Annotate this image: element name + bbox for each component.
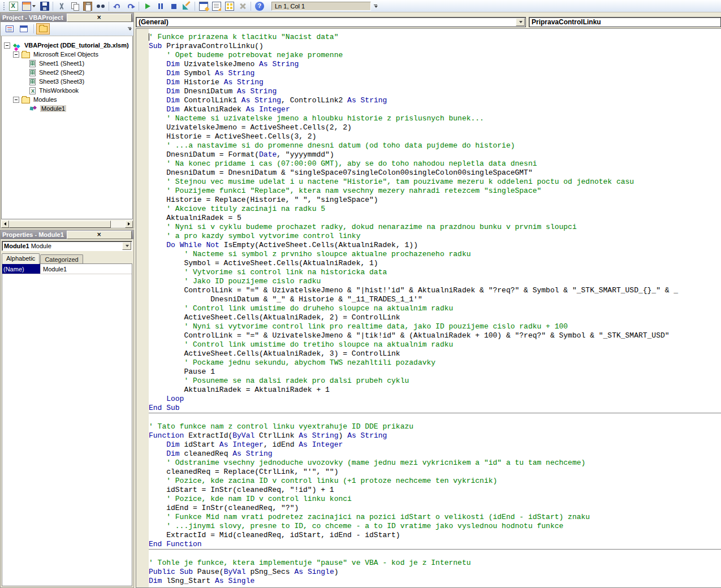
code-line[interactable]: End Function bbox=[149, 540, 721, 550]
code-line[interactable]: Dim AktualniRadek As Integer bbox=[149, 105, 721, 114]
code-line[interactable]: ExtractId = Mid(cleanedReq, idStart, idE… bbox=[149, 531, 721, 540]
code-line[interactable]: ' Nacteme si symbol z prvniho sloupce ak… bbox=[149, 250, 721, 259]
code-line[interactable]: AktualniRadek = AktualniRadek + 1 bbox=[149, 386, 721, 395]
help-button[interactable] bbox=[253, 1, 266, 12]
insert-userform-button[interactable] bbox=[20, 1, 38, 12]
code-line[interactable]: Dim ControlLink1 As String, ControlLink2… bbox=[149, 96, 721, 105]
tree-item-microsoft[interactable]: Microsoft Excel Objects bbox=[2, 50, 132, 59]
cut-button[interactable] bbox=[55, 1, 68, 12]
code-line[interactable]: DnesniDatum = DnesniDatum & "singleSpace… bbox=[149, 168, 721, 178]
properties-window-button[interactable] bbox=[210, 1, 223, 12]
code-line[interactable]: UzivatelskeJmeno = ActiveSheet.Cells(2, … bbox=[149, 123, 721, 132]
code-line[interactable]: ActiveSheet.Cells(AktualniRadek, 2) = Co… bbox=[149, 313, 721, 322]
code-line[interactable]: Historie = ActiveSheet.Cells(3, 2) bbox=[149, 132, 721, 141]
code-line[interactable]: Historie = Replace(Historie, " ", "singl… bbox=[149, 196, 721, 205]
code-line[interactable]: Pause 1 bbox=[149, 368, 721, 377]
code-line[interactable]: ' Posuneme se na dalsi radek pro dalsi p… bbox=[149, 377, 721, 386]
code-line[interactable]: ' Opet budeme potrebovat nejake promenne bbox=[149, 51, 721, 60]
code-line[interactable]: Dim DnesniDatum As String bbox=[149, 87, 721, 96]
find-button[interactable] bbox=[94, 1, 107, 12]
tab-categorized[interactable]: Categorized bbox=[40, 254, 83, 264]
code-line[interactable] bbox=[149, 550, 721, 559]
view-code-button[interactable] bbox=[3, 23, 16, 34]
view-microsoft-excel-button[interactable] bbox=[7, 1, 20, 12]
tree-item-sheet1[interactable]: Sheet1 (Sheet1) bbox=[2, 59, 132, 68]
code-line[interactable] bbox=[149, 413, 721, 422]
toolbox-button[interactable] bbox=[236, 1, 249, 12]
save-button[interactable] bbox=[38, 1, 51, 12]
code-line[interactable]: ActiveSheet.Cells(AktualniRadek, 3) = Co… bbox=[149, 349, 721, 358]
scroll-left-arrow[interactable] bbox=[1, 220, 9, 228]
code-line[interactable]: Public Sub Pause(ByVal pSng_Secs As Sing… bbox=[149, 568, 721, 577]
code-line[interactable]: ' Nacteme si uzivatelske jmeno a hloubku… bbox=[149, 114, 721, 123]
tab-alphabetic[interactable]: Alphabetic bbox=[2, 253, 40, 264]
redo-button[interactable] bbox=[124, 1, 137, 12]
code-line[interactable]: DnesniDatum = Format(Date, "yyyymmdd") bbox=[149, 150, 721, 159]
code-line[interactable]: ' Tohle je funkce, ktera implementuje "p… bbox=[149, 559, 721, 568]
code-line[interactable]: ' Vytvorime si control link na historick… bbox=[149, 268, 721, 277]
toolbar-grip[interactable] bbox=[3, 2, 5, 11]
design-mode-button[interactable] bbox=[180, 1, 193, 12]
collapse-minus-icon[interactable] bbox=[13, 51, 19, 58]
code-line[interactable]: Do While Not IsEmpty(ActiveSheet.Cells(A… bbox=[149, 241, 721, 250]
break-button[interactable] bbox=[154, 1, 167, 12]
code-line[interactable]: Dim Symbol As String bbox=[149, 69, 721, 78]
project-panel-titlebar[interactable]: Project - VBAProject × bbox=[1, 13, 133, 22]
scroll-right-arrow[interactable] bbox=[125, 220, 133, 228]
code-line[interactable]: ' Funkce prirazena k tlacitku "Nacist da… bbox=[149, 33, 721, 42]
code-line[interactable]: cleanedReq = Replace(CtrlLink, "'", "") bbox=[149, 468, 721, 477]
margin-indicator-bar[interactable] bbox=[136, 29, 149, 587]
tree-item-sheet3[interactable]: Sheet3 (Sheet3) bbox=[2, 77, 132, 86]
undo-button[interactable] bbox=[111, 1, 124, 12]
scroll-track[interactable] bbox=[9, 220, 125, 228]
properties-object-combobox[interactable]: Module1 Module bbox=[2, 241, 132, 251]
property-row[interactable]: (Name)Module1 bbox=[2, 264, 132, 274]
view-object-button[interactable] bbox=[17, 23, 31, 34]
toolbar-overflow-button[interactable] bbox=[372, 1, 378, 11]
code-line[interactable]: ' Nyni si v cyklu budeme prochazet radky… bbox=[149, 223, 721, 232]
tree-item-modules[interactable]: Modules bbox=[2, 95, 132, 104]
code-line[interactable]: End Sub bbox=[149, 404, 721, 413]
code-line[interactable]: Dim idStart As Integer, idEnd As Integer bbox=[149, 440, 721, 449]
code-line[interactable]: Dim Historie As String bbox=[149, 78, 721, 87]
code-line[interactable]: ' Odstranime vsechny jednoduche uvozovky… bbox=[149, 459, 721, 468]
run-button[interactable] bbox=[141, 1, 154, 12]
code-line[interactable]: ' Stejnou vec musime udelat i u nactene … bbox=[149, 178, 721, 187]
code-line[interactable]: idEnd = InStr(cleanedReq, "?") bbox=[149, 504, 721, 513]
code-line[interactable]: ' Control link umistime do tretiho sloup… bbox=[149, 340, 721, 349]
close-icon[interactable]: × bbox=[67, 231, 132, 239]
code-line[interactable]: Loop bbox=[149, 395, 721, 404]
code-line[interactable]: ' ...jinymi slovy, presne to ID, co chce… bbox=[149, 522, 721, 531]
code-line[interactable]: ' Jako ID pouzijeme cislo radku bbox=[149, 277, 721, 286]
code-line[interactable]: Sub PripravaControlLinku() bbox=[149, 42, 721, 51]
code-line[interactable]: ' Akciove tituly zacinaji na radku 5 bbox=[149, 205, 721, 214]
properties-panel-titlebar[interactable]: Properties - Module1 × bbox=[1, 230, 133, 239]
collapse-minus-icon[interactable] bbox=[4, 42, 10, 49]
paste-button[interactable] bbox=[81, 1, 94, 12]
code-line[interactable]: ' Pockame jednu sekundu, abychom TWS nez… bbox=[149, 358, 721, 368]
code-line[interactable]: ' Pozice, kde nam ID v control linku kon… bbox=[149, 495, 721, 504]
code-line[interactable]: ControlLink = "=" & UzivatelskeJmeno & "… bbox=[149, 286, 721, 295]
tree-item-sheet2[interactable]: Sheet2 (Sheet2) bbox=[2, 68, 132, 77]
property-name[interactable]: (Name) bbox=[2, 264, 41, 274]
reset-button[interactable] bbox=[167, 1, 180, 12]
code-line[interactable]: ' Pouzijeme funkci "Replace", ktera nam … bbox=[149, 187, 721, 196]
code-editor[interactable]: ' Funkce prirazena k tlacitku "Nacist da… bbox=[149, 29, 721, 587]
tree-item-module1[interactable]: Module1 bbox=[2, 104, 132, 113]
code-line[interactable]: AktualniRadek = 5 bbox=[149, 214, 721, 223]
code-line[interactable]: ' Control link umistime do druheho sloup… bbox=[149, 304, 721, 313]
collapse-minus-icon[interactable] bbox=[13, 97, 19, 103]
code-line[interactable]: ControlLink = "=" & UzivatelskeJmeno & "… bbox=[149, 331, 721, 340]
object-browser-button[interactable] bbox=[223, 1, 236, 12]
code-line[interactable]: ' Nyni si vytvorime control link pro rea… bbox=[149, 322, 721, 331]
code-line[interactable]: ' Pozice, kde zacina ID v control linku … bbox=[149, 477, 721, 486]
code-line[interactable]: Dim cleanedReq As String bbox=[149, 449, 721, 459]
tree-item-vbaproject[interactable]: VBAProject (DDE_tutorial_2b.xlsm) bbox=[2, 41, 132, 50]
code-line[interactable]: ' Tato funkce nam z control linku vyextr… bbox=[149, 422, 721, 431]
procedure-dropdown[interactable]: PripravaControlLinku bbox=[529, 17, 721, 27]
close-icon[interactable]: × bbox=[67, 14, 132, 22]
tree-item-thisworkbook[interactable]: ThisWorkbook bbox=[2, 86, 132, 95]
code-line[interactable]: DnesniDatum & "_" & Historie & "_11_TRAD… bbox=[149, 295, 721, 304]
toggle-folders-button[interactable] bbox=[36, 23, 50, 34]
copy-button[interactable] bbox=[68, 1, 81, 12]
